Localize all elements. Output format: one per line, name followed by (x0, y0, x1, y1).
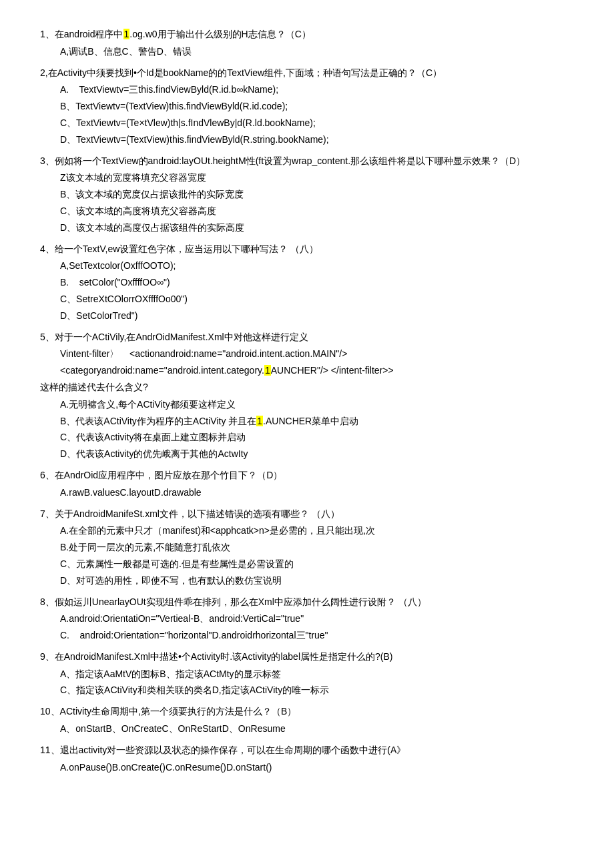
question-1: 1、在android程序中1.og.w0用于输出什么级别的H志信息？（C） A,… (40, 27, 581, 60)
question-7: 7、关于AndroidManifeSt.xml文件，以下描述错误的选项有哪些？ … (40, 506, 581, 589)
list-item: A.onPause()B.onCreate()C.onResume()D.onS… (60, 760, 581, 776)
list-item: A. TextViewtv=三this.findViewByld(R.id.b∞… (60, 82, 581, 98)
list-item: C. android:Orientation="horizontal"D.and… (60, 628, 581, 644)
list-item: A.在全部的元素中只才（manifest)和<apphcatk>n>是必需的，且… (60, 523, 581, 539)
list-item: C、指定该ACtiVity和类相关联的类名D,指定该ACtiVity的唯一标示 (60, 683, 581, 699)
q6-title: 6、在AndrOid应用程序中，图片应放在那个竹目下？（D） (40, 468, 581, 484)
list-item: B. setColor("OxffffOO∞") (60, 275, 581, 291)
list-item: B.处于同一层次的元素,不能随意打乱依次 (60, 540, 581, 556)
list-item: A.rawB.valuesC.layoutD.drawable (60, 485, 581, 501)
question-8: 8、假如运川UnearlayOUt实现组件乖在排列，那么在Xml中应添加什么阔性… (40, 594, 581, 644)
q10-title: 10、ACtivity生命周期中,第一个须要执行的方法是什么？（B） (40, 704, 581, 720)
q4-options: A,SetTextcolor(OxfffOOTO); B. setColor("… (40, 258, 581, 324)
list-item: C、TextViewtv=(Te×tVlew)th|s.fIndVlewBy|d… (60, 115, 581, 131)
list-item: D、代表该Activity的优先峨离于其他的ActwIty (60, 446, 581, 462)
list-item: A.android:OrientatiOn="Vertieal-B、androi… (60, 611, 581, 627)
q1-highlight: 1 (123, 29, 130, 39)
page-content: 1、在android程序中1.og.w0用于输出什么级别的H志信息？（C） A,… (40, 27, 581, 775)
q5-sub: Vintent-filter〉 <actionandroid:name="and… (40, 346, 581, 379)
q5-options: A.无明褯含义,每个ACtiVity都须要这样定义 B、代表该ACtiVity作… (40, 397, 581, 462)
list-item: C、代表该Activity将在桌面上建立图标并启动 (60, 430, 581, 446)
list-item: D、SetColorTred") (60, 308, 581, 324)
list-item: A、指定该AaMtV的图标B、指定该ACtMty的显示标签 (60, 667, 581, 683)
q8-title: 8、假如运川UnearlayOUt实现组件乖在排列，那么在Xml中应添加什么阔性… (40, 594, 581, 610)
list-item: D、TextViewtv=(TextView)this.findViewByld… (60, 132, 581, 148)
q7-options: A.在全部的元素中只才（manifest)和<apphcatk>n>是必需的，且… (40, 523, 581, 588)
q5-title: 5、对于一个ACtiVily,在AndrOidManifest.Xml中对他这样… (40, 330, 581, 346)
q5-highlight: 1 (264, 365, 271, 376)
question-2: 2,在Activity中须要找到•个Id是bookName的的TextView组… (40, 65, 581, 148)
q7-title: 7、关于AndroidManifeSt.xml文件，以下描述错误的选项有哪些？ … (40, 506, 581, 522)
q5-subtitle: 这样的描述代去什么含义? (40, 380, 581, 396)
q1-options: A,调试B、信息C、警告D、错误 (40, 44, 581, 60)
question-6: 6、在AndrOid应用程序中，图片应放在那个竹目下？（D） A.rawB.va… (40, 468, 581, 501)
q1-title: 1、在android程序中1.og.w0用于输出什么级别的H志信息？（C） (40, 27, 581, 43)
question-10: 10、ACtivity生命周期中,第一个须要执行的方法是什么？（B） A、onS… (40, 704, 581, 737)
question-9: 9、在AndroidManifest.Xml中描述•个Activity时.该Ac… (40, 649, 581, 699)
list-item: Z该文本域的宽度将填充父容器宽度 (60, 170, 581, 186)
question-4: 4、给一个TextV,ew设置红色字体，应当运用以下哪种写法？ （八） A,Se… (40, 242, 581, 324)
list-item: A、onStartB、OnCreateC、OnReStartD、OnResume (60, 721, 581, 737)
q6-options: A.rawB.valuesC.layoutD.drawable (40, 485, 581, 501)
list-item: B、该文本域的宽度仅占据该批件的实际宽度 (60, 187, 581, 203)
q2-options: A. TextViewtv=三this.findViewByld(R.id.b∞… (40, 82, 581, 147)
list-item: B、TextViewtv=(TextView)this.findViewByld… (60, 99, 581, 115)
list-item: A,调试B、信息C、警告D、错误 (60, 44, 581, 60)
q8-options: A.android:OrientatiOn="Vertieal-B、androi… (40, 611, 581, 644)
q11-title: 11、退出activity对一些资源以及状态的操作保存，可以在生命周期的哪个函数… (40, 743, 581, 759)
list-item: B、代表该ACtiVity作为程序的主ACtiVity 并且在1.AUNCHER… (60, 414, 581, 430)
q2-title: 2,在Activity中须要找到•个Id是bookName的的TextView组… (40, 65, 581, 81)
list-item: C、元素属性一般都是可选的.但是有些属性是必需设置的 (60, 556, 581, 572)
q5-b-highlight: 1 (256, 416, 263, 426)
list-item: C、该文本域的高度将填充父容器高度 (60, 203, 581, 220)
q9-title: 9、在AndroidManifest.Xml中描述•个Activity时.该Ac… (40, 649, 581, 665)
list-item: <categoryandroid:name="android.intent.ca… (60, 363, 581, 379)
q9-options: A、指定该AaMtV的图标B、指定该ACtMty的显示标签 C、指定该ACtiV… (40, 667, 581, 699)
list-item: D、对可选的用性，即使不写，也有默认的数仿宝说明 (60, 573, 581, 589)
question-5: 5、对于一个ACtiVily,在AndrOidManifest.Xml中对他这样… (40, 330, 581, 462)
list-item: D、该文本域的高度仅占据该组件的实际高度 (60, 220, 581, 236)
q4-title: 4、给一个TextV,ew设置红色字体，应当运用以下哪种写法？ （八） (40, 242, 581, 258)
question-11: 11、退出activity对一些资源以及状态的操作保存，可以在生命周期的哪个函数… (40, 743, 581, 776)
list-item: Vintent-filter〉 <actionandroid:name="and… (60, 346, 581, 362)
q3-title: 3、例如将一个TextView的android:layOUt.heightM性(… (40, 153, 581, 169)
list-item: A.无明褯含义,每个ACtiVity都须要这样定义 (60, 397, 581, 413)
list-item: A,SetTextcolor(OxfffOOTO); (60, 258, 581, 274)
q10-options: A、onStartB、OnCreateC、OnReStartD、OnResume (40, 721, 581, 737)
question-3: 3、例如将一个TextView的android:layOUt.heightM性(… (40, 153, 581, 236)
q11-options: A.onPause()B.onCreate()C.onResume()D.onS… (40, 760, 581, 776)
list-item: C、SetreXtCOlorrOXffffOo00") (60, 292, 581, 308)
q3-options: Z该文本域的宽度将填充父容器宽度 B、该文本域的宽度仅占据该批件的实际宽度 C、… (40, 170, 581, 236)
